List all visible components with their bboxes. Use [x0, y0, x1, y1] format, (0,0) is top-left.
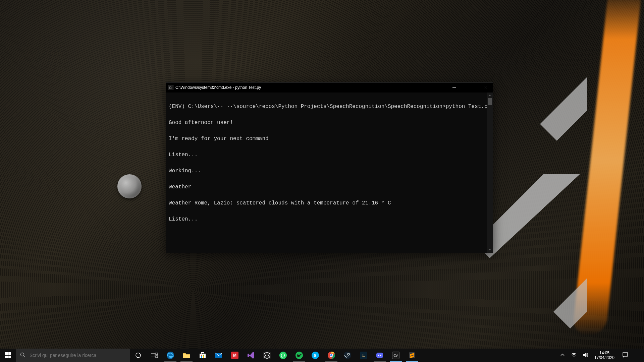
svg-point-31: [380, 355, 381, 356]
scroll-down-icon[interactable]: ▼: [487, 247, 493, 253]
tray-date: 17/04/2020: [594, 355, 614, 360]
cmd-line: Good afternoon user!: [169, 120, 490, 125]
taskbar-app-file-explorer[interactable]: [178, 349, 195, 362]
svg-point-30: [378, 355, 379, 356]
svg-point-19: [279, 352, 287, 359]
scroll-up-icon[interactable]: ▲: [487, 93, 493, 98]
discord-icon: [376, 351, 384, 359]
svg-rect-10: [156, 353, 158, 355]
cmd-app-icon: C:: [168, 85, 173, 90]
sublime-icon: [408, 351, 416, 359]
taskbar-app-steam[interactable]: [339, 349, 356, 362]
whatsapp-icon: [279, 351, 287, 359]
wallpaper-decor-circle: [117, 174, 142, 198]
taskbar-app-visual-studio[interactable]: [243, 349, 259, 362]
maximize-button[interactable]: [462, 82, 477, 93]
league-icon: L: [360, 351, 368, 359]
chevron-up-icon: [560, 353, 565, 358]
svg-rect-13: [200, 354, 206, 358]
svg-point-33: [574, 357, 574, 357]
taskbar-app-chrome[interactable]: [323, 349, 339, 362]
svg-rect-5: [5, 356, 8, 358]
wallpaper-decor-chevron-bottom: [500, 278, 587, 332]
cmd-scrollbar[interactable]: ▲ ▼: [487, 93, 493, 253]
taskbar-app-spotify[interactable]: [291, 349, 307, 362]
edge-icon: [166, 351, 174, 359]
svg-rect-16: [201, 356, 202, 358]
skype-icon: S: [311, 351, 319, 359]
taskbar-app-cmd[interactable]: C:\: [388, 349, 404, 362]
svg-rect-3: [5, 352, 8, 355]
taskbar-search[interactable]: [16, 349, 130, 362]
taskbar-app-discord[interactable]: [372, 349, 388, 362]
cmd-output-area[interactable]: (ENV) C:\Users\·· ··\source\repos\Python…: [166, 93, 493, 253]
cortana-button[interactable]: [130, 349, 146, 362]
scroll-track[interactable]: [487, 98, 493, 247]
tray-wifi-button[interactable]: [568, 349, 580, 362]
cmd-line: (ENV) C:\Users\·· ··\source\repos\Python…: [169, 104, 490, 109]
svg-rect-9: [151, 354, 155, 357]
start-button[interactable]: [0, 349, 16, 362]
taskbar-app-skype[interactable]: S: [307, 349, 323, 362]
folder-icon: [182, 351, 191, 359]
svg-point-26: [344, 352, 351, 359]
cmd-line: Weather Rome, Lazio: scattered clouds wi…: [169, 200, 490, 206]
taskbar-app-mail[interactable]: [211, 349, 227, 362]
taskbar: M S L C:\: [0, 349, 644, 362]
task-view-button[interactable]: [146, 349, 162, 362]
svg-rect-34: [623, 353, 628, 356]
taskbar-app-whatsapp[interactable]: [275, 349, 291, 362]
svg-rect-6: [8, 356, 11, 358]
cortana-icon: [135, 352, 141, 358]
cmd-icon: C:\: [392, 351, 400, 359]
minimize-button[interactable]: [446, 82, 462, 93]
cmd-line: Listen...: [169, 217, 490, 222]
tray-notifications-button[interactable]: [618, 349, 633, 362]
taskbar-search-input[interactable]: [30, 353, 130, 358]
mega-icon: M: [231, 351, 239, 359]
svg-rect-17: [203, 356, 204, 358]
cmd-line: Weather: [169, 184, 490, 190]
tray-overflow-button[interactable]: [557, 349, 568, 362]
svg-rect-4: [8, 352, 11, 355]
svg-text:S: S: [314, 353, 317, 358]
svg-text:C:: C:: [169, 86, 172, 89]
svg-rect-29: [376, 353, 383, 358]
tray-volume-button[interactable]: [580, 349, 591, 362]
taskbar-app-ms-store[interactable]: [195, 349, 211, 362]
mail-icon: [215, 351, 223, 359]
windows-logo-icon: [5, 352, 11, 358]
cmd-titlebar[interactable]: C: C:\Windows\system32\cmd.exe - python …: [166, 82, 493, 93]
tray-time: 14:05: [599, 351, 609, 355]
taskbar-app-sublime[interactable]: [404, 349, 420, 362]
show-desktop-button[interactable]: [633, 349, 644, 362]
cmd-line: I'm ready for your next command: [169, 136, 490, 141]
svg-point-25: [330, 354, 332, 356]
svg-rect-2: [468, 86, 471, 89]
svg-point-7: [21, 353, 24, 356]
visual-studio-icon: [247, 351, 255, 359]
svg-point-8: [136, 353, 141, 358]
cmd-window[interactable]: C: C:\Windows\system32\cmd.exe - python …: [166, 82, 493, 253]
steam-icon: [343, 351, 352, 359]
taskbar-app-unity[interactable]: [259, 349, 275, 362]
store-icon: [199, 351, 207, 359]
taskbar-app-edge[interactable]: [162, 349, 178, 362]
svg-rect-14: [201, 355, 202, 356]
unity-icon: [263, 351, 271, 359]
taskbar-app-mega[interactable]: M: [227, 349, 243, 362]
wifi-icon: [571, 352, 577, 359]
chrome-icon: [327, 351, 335, 359]
taskbar-app-league[interactable]: L: [356, 349, 372, 362]
cmd-line: Working...: [169, 168, 490, 174]
close-button[interactable]: [477, 82, 493, 93]
wallpaper-decor-chevron-top: [500, 77, 587, 144]
search-icon: [20, 352, 25, 359]
cmd-line: Listen...: [169, 152, 490, 158]
tray-clock[interactable]: 14:05 17/04/2020: [591, 349, 618, 362]
task-view-icon: [151, 353, 158, 358]
cmd-window-title: C:\Windows\system32\cmd.exe - python Tes…: [175, 85, 446, 90]
volume-icon: [583, 352, 588, 359]
spotify-icon: [295, 351, 303, 359]
scroll-thumb[interactable]: [488, 98, 492, 105]
